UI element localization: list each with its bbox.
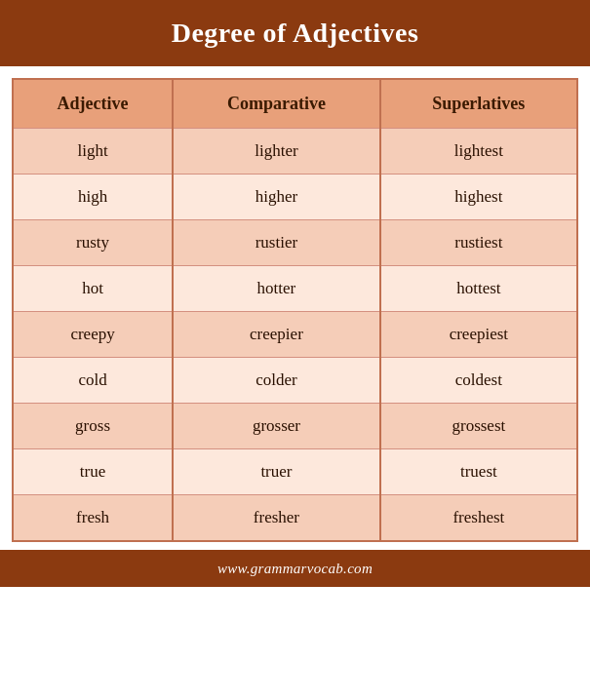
table-row: truetruertruest bbox=[13, 449, 577, 495]
table-row: lightlighterlightest bbox=[13, 129, 577, 175]
page-header: Degree of Adjectives bbox=[0, 0, 590, 66]
cell-adjective: gross bbox=[13, 404, 173, 449]
cell-adjective: rusty bbox=[13, 220, 173, 266]
cell-adjective: high bbox=[13, 175, 173, 220]
table-row: hothotterhottest bbox=[13, 266, 577, 312]
footer-url: www.grammarvocab.com bbox=[217, 561, 373, 576]
cell-superlative: creepiest bbox=[380, 312, 577, 358]
cell-adjective: creepy bbox=[13, 312, 173, 358]
cell-comparative: lighter bbox=[173, 129, 380, 175]
cell-superlative: grossest bbox=[380, 404, 577, 449]
cell-adjective: cold bbox=[13, 358, 173, 404]
cell-superlative: truest bbox=[380, 449, 577, 495]
cell-comparative: rustier bbox=[173, 220, 380, 266]
col-adjective: Adjective bbox=[13, 79, 173, 129]
table-row: coldcoldercoldest bbox=[13, 358, 577, 404]
header-row: Adjective Comparative Superlatives bbox=[13, 79, 577, 129]
table-header: Adjective Comparative Superlatives bbox=[13, 79, 577, 129]
table-row: rustyrustierrustiest bbox=[13, 220, 577, 266]
cell-superlative: highest bbox=[380, 175, 577, 220]
table-container: Adjective Comparative Superlatives light… bbox=[0, 66, 590, 550]
table-row: freshfresherfreshest bbox=[13, 495, 577, 542]
page-title: Degree of Adjectives bbox=[10, 18, 580, 49]
cell-superlative: coldest bbox=[380, 358, 577, 404]
table-row: creepycreepiercreepiest bbox=[13, 312, 577, 358]
page-wrapper: Degree of Adjectives Adjective Comparati… bbox=[0, 0, 590, 587]
cell-comparative: fresher bbox=[173, 495, 380, 542]
table-body: lightlighterlightesthighhigherhighestrus… bbox=[13, 129, 577, 542]
col-superlatives: Superlatives bbox=[380, 79, 577, 129]
table-row: highhigherhighest bbox=[13, 175, 577, 220]
cell-comparative: truer bbox=[173, 449, 380, 495]
cell-superlative: rustiest bbox=[380, 220, 577, 266]
table-row: grossgrossergrossest bbox=[13, 404, 577, 449]
cell-comparative: hotter bbox=[173, 266, 380, 312]
cell-adjective: fresh bbox=[13, 495, 173, 542]
cell-comparative: colder bbox=[173, 358, 380, 404]
cell-superlative: lightest bbox=[380, 129, 577, 175]
cell-comparative: higher bbox=[173, 175, 380, 220]
cell-comparative: creepier bbox=[173, 312, 380, 358]
cell-adjective: light bbox=[13, 129, 173, 175]
adjectives-table: Adjective Comparative Superlatives light… bbox=[12, 78, 578, 542]
page-footer: www.grammarvocab.com bbox=[0, 550, 590, 587]
cell-adjective: hot bbox=[13, 266, 173, 312]
col-comparative: Comparative bbox=[173, 79, 380, 129]
cell-comparative: grosser bbox=[173, 404, 380, 449]
cell-adjective: true bbox=[13, 449, 173, 495]
cell-superlative: freshest bbox=[380, 495, 577, 542]
cell-superlative: hottest bbox=[380, 266, 577, 312]
